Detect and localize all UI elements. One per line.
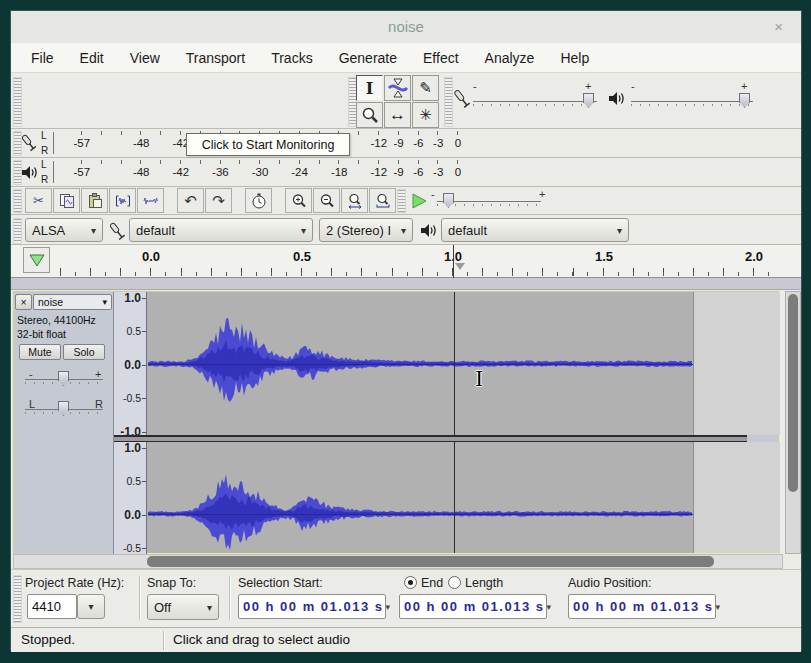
play-at-speed-button[interactable] (405, 188, 432, 213)
track-control-panel[interactable]: × noise ▾ Stereo, 44100Hz 32-bit float M… (13, 292, 114, 554)
menu-edit[interactable]: Edit (80, 50, 104, 66)
snap-to-label: Snap To: (147, 576, 196, 590)
mute-button[interactable]: Mute (19, 344, 61, 360)
time-label: 0.5 (293, 249, 311, 264)
menu-effect[interactable]: Effect (423, 50, 459, 66)
vertical-scrollbar-thumb[interactable] (788, 294, 798, 492)
edit-toolbar-grabber[interactable] (13, 189, 22, 213)
timeshift-icon: ↔ (389, 105, 406, 125)
device-toolbar-grabber[interactable] (13, 218, 22, 244)
cut-button[interactable]: ✂ (25, 188, 52, 213)
end-radio[interactable] (404, 576, 417, 589)
record-meter-grabber[interactable] (13, 131, 22, 156)
track-info-format: Stereo, 44100Hz (17, 314, 96, 326)
solo-button[interactable]: Solo (63, 344, 105, 360)
project-rate-input[interactable]: 4410 (27, 594, 77, 619)
pan-slider[interactable]: L R (25, 398, 103, 420)
playback-meter-toolbar[interactable]: L R -57-48-42-36-30-24-18-12-9-6-30 (11, 158, 801, 187)
project-rate-dropdown-button[interactable]: ▾ (77, 594, 105, 619)
menu-analyze[interactable]: Analyze (485, 50, 535, 66)
menu-transport[interactable]: Transport (186, 50, 245, 66)
device-toolbar: ALSA ▾ default ▾ 2 (Stereo) I ▾ default … (11, 215, 801, 245)
audacity-window: noise × File Edit View Transport Tracks … (10, 10, 802, 651)
chevron-down-icon: ▾ (295, 225, 306, 236)
selection-toolbar-grabber[interactable] (13, 575, 22, 623)
envelope-tool-button[interactable] (384, 75, 411, 101)
menu-help[interactable]: Help (560, 50, 589, 66)
meter-scale-label: -42 (172, 166, 189, 178)
slider-track (631, 101, 753, 102)
playback-speed-slider[interactable]: - + (437, 190, 541, 212)
track-menu-button[interactable]: noise ▾ (33, 294, 112, 310)
undo-button[interactable]: ↶ (177, 188, 204, 213)
close-window-icon[interactable]: × (774, 18, 783, 35)
gain-slider[interactable]: - + (25, 368, 103, 390)
meter-bracket (53, 132, 54, 154)
ruler-label: 0.0 (124, 508, 141, 522)
selection-end-field[interactable]: 00 h 00 m 01.013 s ▾ (399, 594, 547, 619)
redo-button[interactable]: ↷ (205, 188, 232, 213)
track-area[interactable]: × noise ▾ Stereo, 44100Hz 32-bit float M… (12, 290, 780, 554)
snap-to-select[interactable]: Off ▾ (147, 594, 219, 620)
waveform-channel-2[interactable] (147, 442, 780, 553)
playback-meter-scale: -57-48-42-36-30-24-18-12-9-6-30 (61, 158, 473, 186)
recording-channels-value: 2 (Stereo) I (326, 223, 391, 238)
clock-icon (251, 193, 267, 209)
meter-scale-label: -48 (133, 137, 150, 149)
horizontal-scrollbar-thumb[interactable] (147, 556, 714, 567)
trim-audio-button[interactable] (109, 188, 136, 213)
plus-label: + (741, 80, 747, 92)
zoom-out-icon (319, 193, 335, 209)
recording-channels-select[interactable]: 2 (Stereo) I ▾ (319, 218, 413, 242)
speaker-icon (420, 223, 437, 238)
paste-button[interactable] (81, 188, 108, 213)
status-bar: Stopped. Click and drag to select audio (11, 627, 801, 652)
pinned-playhead-button[interactable] (23, 247, 50, 273)
selection-start-field[interactable]: 00 h 00 m 01.013 s ▾ (238, 594, 386, 619)
multi-tool-button[interactable]: ✳ (412, 102, 439, 128)
track-close-button[interactable]: × (15, 294, 32, 310)
timeline-ruler[interactable]: 0.0 0.5 1.0 1.5 2.0 (11, 245, 801, 278)
fit-selection-button[interactable] (341, 188, 368, 213)
transport-toolbar-grabber[interactable] (13, 77, 22, 127)
menu-generate[interactable]: Generate (339, 50, 397, 66)
audio-host-select[interactable]: ALSA ▾ (25, 218, 103, 242)
selection-tool-button[interactable]: I (356, 75, 383, 101)
timeshift-tool-button[interactable]: ↔ (384, 102, 411, 128)
playback-device-select[interactable]: default ▾ (441, 218, 629, 242)
sync-lock-button[interactable] (245, 188, 272, 213)
waveform-channel-1[interactable] (147, 292, 780, 435)
copy-button[interactable] (53, 188, 80, 213)
mixer-toolbar-grabber[interactable] (444, 77, 453, 127)
menu-view[interactable]: View (130, 50, 160, 66)
length-radio[interactable] (448, 576, 461, 589)
horizontal-scrollbar[interactable] (13, 554, 783, 569)
ibeam-icon: I (366, 79, 373, 98)
recording-device-select[interactable]: default ▾ (129, 218, 313, 242)
zoom-tool-button[interactable] (356, 102, 383, 128)
chevron-down-icon: ▾ (546, 602, 551, 612)
meter-scale-label: -6 (413, 137, 423, 149)
zoom-in-button[interactable] (285, 188, 312, 213)
title-bar[interactable]: noise × (11, 11, 801, 43)
menu-file[interactable]: File (31, 50, 54, 66)
zoom-in-icon (291, 193, 307, 209)
play-at-speed-icon (410, 192, 428, 210)
fit-project-button[interactable] (369, 188, 396, 213)
menu-tracks[interactable]: Tracks (271, 50, 312, 66)
speaker-icon (21, 165, 38, 180)
draw-tool-button[interactable]: ✎ (412, 75, 439, 101)
pencil-icon: ✎ (419, 79, 432, 97)
chevron-down-icon: ▾ (88, 601, 93, 612)
playback-state-text: Stopped. (21, 632, 75, 647)
audio-position-field[interactable]: 00 h 00 m 01.013 s ▾ (568, 594, 716, 619)
input-volume-slider[interactable]: - + (473, 89, 597, 113)
zoom-out-button[interactable] (313, 188, 340, 213)
ruler-label: -0.5 (123, 542, 141, 554)
slider-ticks (437, 204, 541, 206)
silence-audio-button[interactable] (137, 188, 164, 213)
vertical-scrollbar[interactable] (785, 291, 801, 554)
record-meter-toolbar[interactable]: L R -57-48-42-36-30-24-18-12-9-6-30 (11, 129, 801, 158)
output-volume-slider[interactable]: - + (631, 89, 753, 113)
audio-host-value: ALSA (32, 223, 65, 238)
